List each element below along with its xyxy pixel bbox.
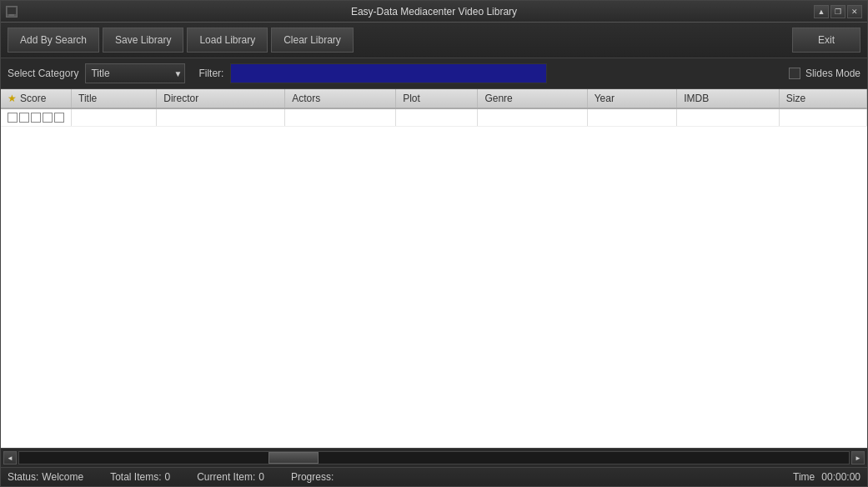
col-genre-label: Genre [484, 93, 512, 104]
title-bar: Easy-Data Mediacenter Video Library ▲ ❐ … [1, 1, 867, 23]
cell-score [1, 108, 72, 127]
scrollbar-track[interactable] [18, 451, 850, 464]
time-label: Time [793, 471, 815, 483]
app-icon [6, 6, 18, 18]
rating-star-3 [31, 113, 41, 123]
col-year-label: Year [595, 93, 615, 104]
restore-button[interactable]: ❐ [830, 5, 845, 18]
col-imdb-label: IMDB [684, 93, 709, 104]
cell-genre [478, 108, 587, 127]
cell-title [72, 108, 157, 127]
cell-actors [285, 108, 396, 127]
select-category-label: Select Category [8, 68, 78, 79]
col-title-label: Title [78, 93, 97, 104]
exit-button[interactable]: Exit [792, 28, 860, 53]
col-year: Year [587, 89, 677, 108]
total-items-section: Total Items: 0 [110, 471, 170, 483]
slides-mode-label: Slides Mode [805, 68, 860, 79]
col-plot-label: Plot [403, 93, 420, 104]
rating-star-4 [43, 113, 53, 123]
svg-rect-1 [8, 8, 16, 14]
filter-label: Filter: [198, 68, 223, 79]
minimize-button[interactable]: ▲ [814, 5, 829, 18]
status-label: Status: [8, 471, 38, 483]
col-imdb: IMDB [677, 89, 780, 108]
rating-stars [8, 113, 64, 123]
scroll-left-button[interactable]: ◄ [3, 451, 17, 464]
slides-mode-checkbox[interactable] [789, 68, 800, 79]
category-select-wrapper: Title Director Actors Genre Year ▼ [85, 63, 185, 83]
rating-star-2 [19, 113, 29, 123]
cell-director [157, 108, 285, 127]
add-by-search-button[interactable]: Add By Search [8, 28, 99, 53]
cell-plot [396, 108, 478, 127]
current-item-label: Current Item: [197, 471, 255, 483]
toolbar: Add By Search Save Library Load Library … [1, 23, 867, 58]
time-value: 00:00:00 [821, 471, 860, 483]
scroll-right-button[interactable]: ► [851, 451, 865, 464]
progress-label: Progress: [291, 471, 334, 483]
svg-rect-2 [9, 14, 14, 16]
window-title: Easy-Data Mediacenter Video Library [351, 6, 517, 18]
save-library-button[interactable]: Save Library [103, 28, 183, 53]
cell-imdb [677, 108, 780, 127]
current-item-value: 0 [258, 471, 264, 483]
slides-mode-container: Slides Mode [789, 68, 860, 79]
close-button[interactable]: ✕ [847, 5, 862, 18]
col-score: ★ Score [1, 89, 72, 108]
rating-star-1 [8, 113, 18, 123]
clear-library-button[interactable]: Clear Library [271, 28, 354, 53]
col-plot: Plot [396, 89, 478, 108]
col-actors-label: Actors [292, 93, 320, 104]
window-controls: ▲ ❐ ✕ [814, 5, 862, 18]
status-value: Welcome [42, 471, 83, 483]
data-table: ★ Score Title Director Actors Plot [1, 89, 867, 127]
time-section: Time 00:00:00 [793, 471, 860, 483]
status-section: Status: Welcome [8, 471, 83, 483]
current-item-section: Current Item: 0 [197, 471, 264, 483]
table-row[interactable] [1, 108, 867, 127]
cell-size [779, 108, 866, 127]
table-header: ★ Score Title Director Actors Plot [1, 89, 867, 108]
filter-bar: Select Category Title Director Actors Ge… [1, 58, 867, 89]
filter-input[interactable] [230, 63, 547, 83]
progress-section: Progress: [291, 471, 337, 483]
horizontal-scrollbar[interactable]: ◄ ► [1, 448, 867, 467]
scrollbar-thumb[interactable] [268, 452, 319, 464]
table-body [1, 108, 867, 127]
status-bar: Status: Welcome Total Items: 0 Current I… [1, 467, 867, 486]
cell-year [587, 108, 677, 127]
category-select[interactable]: Title Director Actors Genre Year [85, 63, 185, 83]
table-container: ★ Score Title Director Actors Plot [1, 89, 867, 448]
total-items-value: 0 [165, 471, 171, 483]
col-director: Director [157, 89, 285, 108]
table-header-row: ★ Score Title Director Actors Plot [1, 89, 867, 108]
col-director-label: Director [163, 93, 198, 104]
col-score-label: Score [20, 93, 46, 104]
col-actors: Actors [285, 89, 396, 108]
star-icon: ★ [8, 93, 17, 104]
load-library-button[interactable]: Load Library [187, 28, 268, 53]
main-window: Easy-Data Mediacenter Video Library ▲ ❐ … [0, 0, 868, 487]
col-size: Size [779, 89, 866, 108]
col-title: Title [72, 89, 157, 108]
title-bar-left [6, 6, 18, 18]
rating-star-5 [54, 113, 64, 123]
col-size-label: Size [786, 93, 805, 104]
total-items-label: Total Items: [110, 471, 161, 483]
col-genre: Genre [478, 89, 587, 108]
